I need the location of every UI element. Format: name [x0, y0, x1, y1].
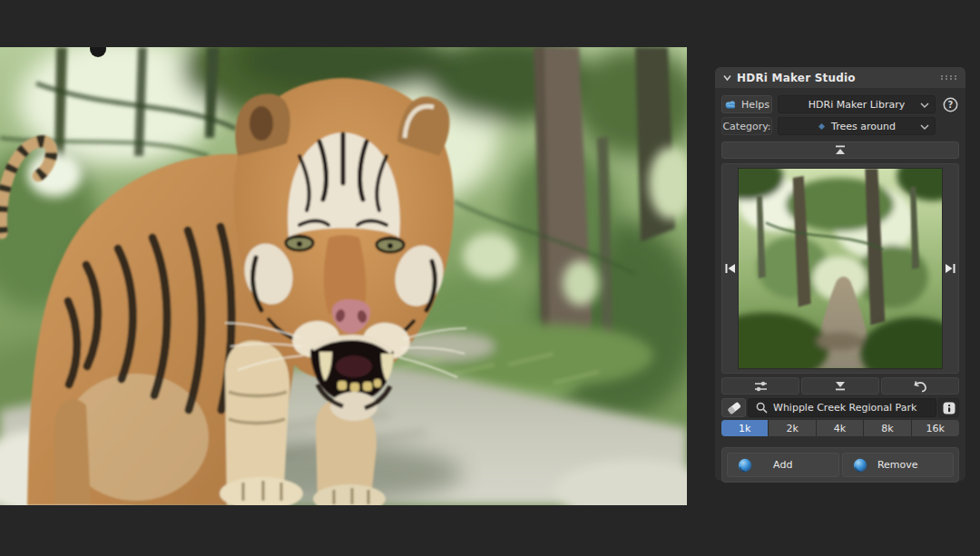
prev-hdri-button[interactable]	[722, 164, 738, 373]
search-icon	[756, 402, 768, 414]
svg-text:?: ?	[947, 100, 953, 110]
chevron-down-icon	[920, 102, 929, 109]
chevron-down-icon	[920, 123, 929, 131]
viewport-3d[interactable]	[0, 47, 687, 505]
resolution-segmented-control: 1k 2k 4k 8k 16k	[721, 420, 959, 436]
hdri-preview-image[interactable]	[738, 168, 943, 369]
resolution-8k-button[interactable]: 8k	[864, 420, 911, 436]
panel-title: HDRi Maker Studio	[737, 72, 856, 84]
resolution-4k-button[interactable]: 4k	[817, 420, 864, 436]
helps-label: Helps	[741, 99, 769, 111]
helps-button[interactable]: Helps	[721, 95, 772, 113]
panel-header[interactable]: HDRi Maker Studio	[715, 67, 965, 88]
chevron-down-icon	[722, 73, 732, 83]
clear-search-button[interactable]	[721, 398, 746, 417]
collapse-up-icon	[833, 144, 848, 156]
category-dropdown[interactable]: Trees around	[778, 117, 936, 135]
grip-icon[interactable]	[941, 75, 958, 80]
remove-label: Remove	[877, 459, 918, 471]
info-icon	[943, 402, 956, 415]
hdri-preview-box	[721, 163, 959, 374]
category-label: Category:	[721, 117, 772, 135]
remove-button[interactable]: Remove	[842, 453, 955, 477]
collapse-up-button[interactable]	[721, 141, 959, 159]
hdri-maker-logo-icon	[724, 100, 737, 109]
blender-window: HDRi Maker Studio Helps HDRi Maker Libra…	[0, 0, 980, 556]
collapse-down-icon	[833, 380, 848, 392]
hdri-maker-panel: HDRi Maker Studio Helps HDRi Maker Libra…	[715, 67, 965, 481]
category-value: Trees around	[831, 121, 896, 132]
eraser-icon	[727, 401, 741, 415]
sliders-icon	[753, 380, 769, 393]
info-button[interactable]	[938, 398, 959, 417]
resolution-1k-button[interactable]: 1k	[721, 420, 769, 436]
diamond-icon	[818, 122, 826, 131]
prev-icon	[724, 263, 736, 274]
sphere-icon	[738, 458, 752, 473]
next-hdri-button[interactable]	[943, 164, 958, 373]
question-mark-icon: ?	[943, 97, 958, 112]
library-dropdown[interactable]: HDRi Maker Library	[778, 95, 936, 113]
undo-button[interactable]	[881, 377, 959, 395]
next-icon	[945, 263, 956, 274]
add-button[interactable]: Add	[727, 453, 839, 477]
library-value: HDRi Maker Library	[808, 99, 905, 111]
sphere-icon	[853, 458, 867, 473]
search-value: Whipple Creek Regional Park	[773, 402, 916, 414]
resolution-16k-button[interactable]: 16k	[912, 420, 959, 436]
help-question-button[interactable]: ?	[941, 95, 959, 113]
search-input[interactable]: Whipple Creek Regional Park	[748, 398, 936, 417]
add-label: Add	[773, 459, 792, 471]
resolution-2k-button[interactable]: 2k	[769, 420, 816, 436]
undo-icon	[912, 380, 928, 393]
collapse-down-button[interactable]	[801, 377, 879, 395]
add-remove-box: Add Remove	[721, 447, 959, 483]
options-button[interactable]	[721, 377, 799, 395]
